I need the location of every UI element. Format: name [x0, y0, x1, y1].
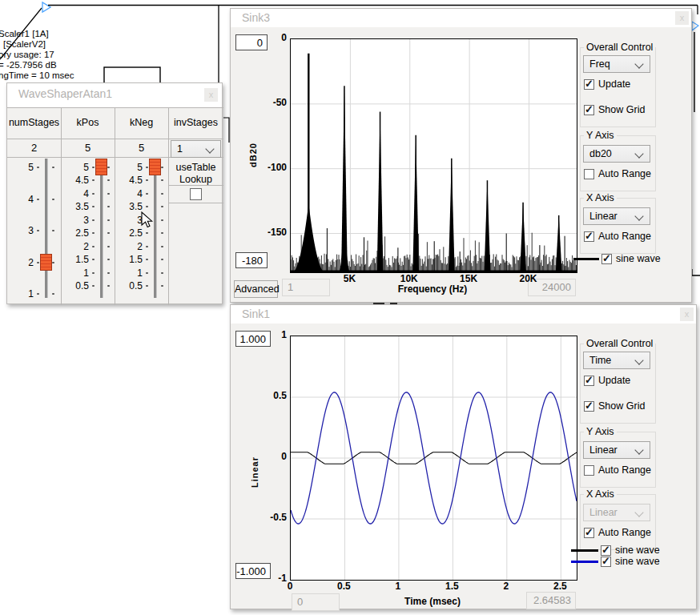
slider-handle[interactable]: [149, 159, 161, 175]
slider-tick-mark: [161, 219, 163, 221]
sink3-yaxis-dropdown-value: db20: [589, 148, 612, 159]
sink1-xaxis-label: Time (msec): [368, 596, 497, 607]
spectrum-chart: [291, 39, 577, 272]
sink1-showgrid-checkbox[interactable]: [584, 401, 594, 412]
sink1-plot: [290, 336, 577, 581]
sink1-xmax-box[interactable]: 2.64583: [526, 592, 576, 609]
sink1-ytick-label: 0.5: [255, 390, 287, 401]
sink1-xtick-label: 1: [387, 581, 409, 592]
sink3-ytick-label: -100: [255, 162, 287, 173]
kpos-slider[interactable]: 54.543.532.521.510.5: [61, 157, 115, 305]
usetable-lookup-checkbox[interactable]: [190, 188, 202, 200]
sink1-update-label: Update: [598, 375, 630, 386]
slider-tick-mark: [146, 167, 148, 168]
slider-tick-mark: [92, 179, 95, 181]
close-icon[interactable]: x: [675, 11, 689, 25]
sink3-overall-label: Overall Control: [584, 42, 655, 53]
slider-tick-label: 4: [115, 188, 143, 199]
slider-tick-label: 4.5: [115, 175, 143, 186]
usetable-lookup-label: useTable Lookup: [170, 162, 222, 186]
sink3-xmin-box[interactable]: 1: [282, 279, 330, 296]
slider-tick-mark: [107, 193, 110, 195]
sink1-overall-dropdown-value: Time: [589, 355, 611, 366]
sink1-yaxis-label: Linear: [250, 440, 259, 488]
sink3-xaxis-dropdown[interactable]: Linear: [583, 207, 650, 225]
slider-tick-label: 4.5: [62, 175, 89, 186]
slider-tick-mark: [146, 246, 148, 247]
sink3-ymin-box[interactable]: -180: [235, 252, 268, 268]
slider-handle[interactable]: [95, 159, 107, 175]
slider-tick-mark: [37, 262, 39, 263]
sink1-titlebar[interactable]: Sink1 x: [231, 305, 696, 324]
sink1-xtick-label: 2: [495, 581, 517, 592]
sink3-yaxis-dropdown[interactable]: db20: [583, 145, 650, 163]
chevron-down-icon: [205, 144, 214, 153]
slider-tick-mark: [161, 272, 163, 274]
slider-tick-mark: [161, 259, 163, 260]
slider-track[interactable]: [100, 159, 103, 298]
slider-track[interactable]: [45, 159, 48, 298]
sink1-xtick-label: 1.5: [441, 581, 463, 592]
sink3-titlebar[interactable]: Sink3 x: [231, 9, 691, 27]
legend-line-black: [573, 258, 599, 260]
sink3-legend-checkbox[interactable]: [601, 254, 612, 264]
sink1-overall-label: Overall Control: [584, 338, 655, 349]
invstages-dropdown[interactable]: 1: [171, 140, 221, 158]
slider-tick-mark: [92, 232, 95, 234]
slider-tick-label: 4: [6, 194, 34, 205]
sink3-xaxis-autorange-checkbox[interactable]: [584, 231, 594, 242]
sink1-yaxis-dropdown[interactable]: Linear: [583, 441, 650, 459]
sink1-legend-label-blue: sine wave: [615, 556, 660, 567]
kneg-slider[interactable]: 54.543.532.521.510.5: [115, 157, 168, 305]
sink3-yaxis-label: dB20: [248, 119, 258, 167]
advanced-button[interactable]: Advanced: [234, 280, 278, 298]
slider-tick-mark: [107, 179, 110, 181]
waveshaper-titlebar[interactable]: WaveShaperAtan1 x: [7, 83, 222, 107]
sink3-xaxis-group: [580, 198, 656, 254]
close-icon[interactable]: x: [204, 88, 218, 102]
slider-tick-mark: [107, 272, 110, 274]
slider-tick-mark: [146, 179, 148, 181]
sink3-title: Sink3: [242, 11, 270, 24]
sink1-xtick-label: 0.5: [332, 581, 355, 592]
sink1-xaxis-autorange-checkbox[interactable]: [584, 528, 594, 538]
sink3-window: Sink3 x 0 -180 Advanced dB20 1 24000 Fre…: [230, 8, 692, 303]
sink1-yaxis-autorange-checkbox[interactable]: [584, 465, 594, 476]
slider-tick-mark: [52, 293, 54, 295]
slider-tick-mark: [161, 206, 163, 207]
slider-handle[interactable]: [40, 254, 52, 271]
slider-tick-mark: [92, 272, 95, 274]
sink3-xtick-label: 20K: [516, 273, 541, 284]
column-header-invstages: invStages: [168, 117, 223, 128]
kneg-value: 5: [115, 142, 168, 154]
sink3-yaxis-autorange-checkbox[interactable]: [584, 169, 594, 179]
wire-arrow-icon: [692, 22, 698, 30]
sink1-xaxis-dropdown[interactable]: Linear: [583, 504, 650, 521]
close-icon[interactable]: x: [680, 308, 694, 321]
slider-tick-label: 5: [115, 162, 143, 173]
slider-tick-mark: [146, 206, 148, 207]
sink1-ytick-label: 0: [255, 451, 287, 462]
chevron-down-icon: [634, 508, 643, 517]
slider-tick-label: 2: [115, 241, 143, 252]
sink1-legend-checkbox-blue[interactable]: [601, 557, 611, 567]
sink1-xaxis-autorange-label: Auto Range: [598, 527, 651, 538]
sink1-xmin-box[interactable]: 0: [292, 593, 340, 611]
slider-tick-mark: [146, 259, 148, 260]
column-header-numstages: numStages: [7, 117, 61, 128]
mouse-cursor: [141, 211, 157, 231]
sink1-overall-dropdown[interactable]: Time: [583, 352, 650, 369]
waveshaper-window: WaveShaperAtan1 x numStages kPos kNeg in…: [6, 82, 223, 304]
slider-tick-mark: [146, 285, 148, 287]
sink1-xaxis-dropdown-value: Linear: [589, 507, 618, 518]
sink3-xtick-label: 15K: [456, 273, 481, 284]
sink3-update-checkbox[interactable]: [584, 79, 594, 90]
sink3-showgrid-checkbox[interactable]: [584, 105, 594, 115]
sink1-update-checkbox[interactable]: [584, 376, 594, 386]
sink1-yaxis-dropdown-value: Linear: [589, 444, 618, 456]
sink3-overall-dropdown[interactable]: Freq: [583, 55, 650, 73]
slider-tick-label: 1.5: [115, 254, 143, 265]
numstages-slider[interactable]: 54321: [7, 157, 61, 305]
slider-tick-mark: [107, 167, 110, 168]
slider-tick-label: 2: [6, 257, 34, 268]
